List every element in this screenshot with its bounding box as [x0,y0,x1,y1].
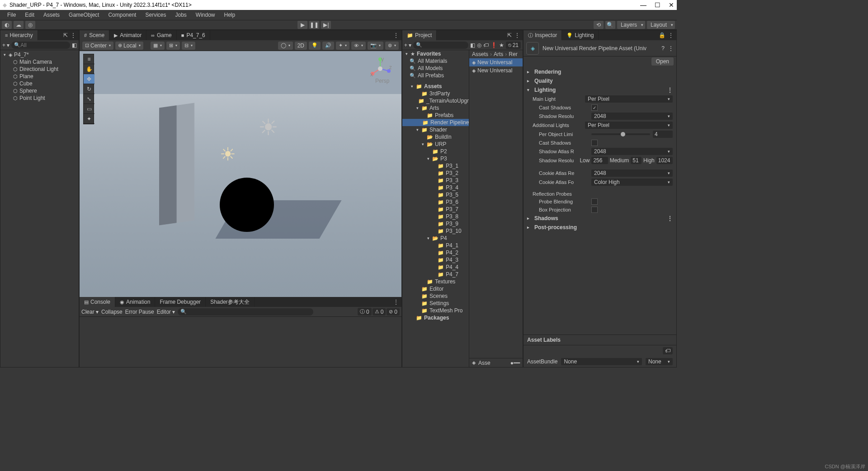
gizmos-dropdown[interactable]: ⊛ [385,42,399,50]
slider-icon[interactable]: ●━━ [510,360,520,366]
project-tree-item[interactable]: 📁P4_1 [402,242,469,249]
project-tree-item[interactable]: 📁P3_3 [402,177,469,184]
audio-toggle[interactable]: 🔊 [322,42,334,50]
hand-tool[interactable]: ✋ [84,64,94,74]
grid-snap-dropdown[interactable]: ▦ [151,42,165,50]
tab-p4_7_6[interactable]: ■P4_7_6 [177,30,210,40]
project-tree-item[interactable]: 📁P4_7 [402,271,469,278]
project-tree-item[interactable]: 📁Scenes [402,292,469,300]
undo-history-icon[interactable]: ⟲ [594,21,604,29]
main-light-dropdown[interactable]: Per Pixel [585,95,673,103]
error-pause-toggle[interactable]: Error Pause [125,309,154,315]
project-tree-item[interactable]: ▾📂P4 [402,235,469,242]
menu-file[interactable]: File [4,11,19,19]
create-dropdown[interactable]: + ▾ [404,42,411,48]
cast-shadows-checkbox[interactable]: ✓ [591,104,598,111]
tab-game[interactable]: ∞Game [146,30,177,40]
project-tree-item[interactable]: 📁P3_6 [402,198,469,206]
maximize-panel-icon[interactable]: ⇱ [63,32,68,38]
warn-count[interactable]: ⚠0 [373,308,386,316]
section-menu-icon[interactable]: ⋮ [667,87,673,93]
tab-shader参考大全[interactable]: Shader参考大全 [206,297,255,307]
hierarchy-item[interactable]: ⬡Point Light [0,94,79,102]
pivot-dropdown[interactable]: ⊡Center [82,42,113,50]
hierarchy-item[interactable]: ⬡Directional Light [0,66,79,73]
shadow-atlas-dropdown[interactable]: 2048 [591,148,673,155]
panel-menu-icon[interactable]: ⋮ [514,32,520,38]
scene-root[interactable]: ▾◈ P4_7* [0,51,79,58]
add-cast-shadows-checkbox[interactable] [591,140,598,146]
tab-console[interactable]: ▤Console [80,297,115,307]
favorite-item[interactable]: 🔍All Models [402,65,469,72]
console-search[interactable]: 🔍 [178,308,313,316]
tab-project[interactable]: 📁Project [402,30,437,40]
project-tree-item[interactable]: ▾📂P3 [402,155,469,162]
cookie-format-dropdown[interactable]: Color High [591,179,673,186]
project-tree-item[interactable]: 📁_TerrainAutoUpgr [402,97,469,104]
project-tree-item[interactable]: 📁Editor [402,285,469,292]
panel-menu-icon[interactable]: ⋮ [71,32,76,38]
pause-button[interactable]: ❚❚ [309,21,319,29]
search-by-type-icon[interactable]: ◧ [470,42,475,48]
project-tree-item[interactable]: ▾📁Shader [402,126,469,133]
settings-overlay-icon[interactable]: ◎ [25,21,35,29]
project-tree-item[interactable]: 📁P3_9 [402,220,469,227]
scale-tool[interactable]: ⤡ [84,94,94,104]
lighting-toggle[interactable]: 💡 [309,42,321,50]
tab-hierarchy[interactable]: ≡ Hierarchy [0,30,38,40]
project-tree-item[interactable]: 📁Packages [402,314,469,321]
project-tree-item[interactable]: 📁Settings [402,300,469,307]
project-tree-item[interactable]: 📁P4_3 [402,256,469,264]
favorite-icon[interactable]: ★ [499,42,504,48]
snap-increment-dropdown[interactable]: ⊞ [166,42,180,50]
project-tree-item[interactable]: 📁P3_2 [402,170,469,177]
menu-edit[interactable]: Edit [21,11,38,19]
project-search[interactable]: 🔍 [413,42,468,49]
project-tree-item[interactable]: 📁3rdParty [402,90,469,97]
project-tree-item[interactable]: 📁Textures [402,278,469,285]
project-tree-item[interactable]: 📁Prefabs [402,112,469,119]
per-object-slider[interactable] [591,133,650,135]
medium-field[interactable]: 51 [631,157,642,164]
view-tool[interactable]: ≡ [84,54,94,64]
cloud-icon[interactable]: ☁ [14,21,24,29]
help-icon[interactable]: ? [661,45,665,52]
breadcrumb[interactable]: Assets›Arts›Rer [469,50,523,58]
shadow-res-dropdown[interactable]: 2048 [591,113,673,120]
per-object-value[interactable]: 4 [653,131,673,138]
search-mode-icon[interactable]: ◧ [72,42,77,48]
hidden-packages-icon[interactable]: ❗ [491,42,497,48]
hierarchy-item[interactable]: ⬡Main Camera [0,58,79,66]
space-dropdown[interactable]: ⊕Local [115,42,143,50]
menu-component[interactable]: Component [104,11,140,19]
hierarchy-item[interactable]: ⬡Sphere [0,87,79,94]
layers-dropdown[interactable]: Layers [617,21,645,29]
low-field[interactable]: 256 [591,157,608,164]
favorites-root[interactable]: ▾★Favorites [402,50,469,57]
visibility-dropdown[interactable]: 👁 [351,42,366,50]
maximize-button[interactable]: ☐ [655,1,660,9]
project-tree-item[interactable]: 📁P3_8 [402,213,469,220]
minimize-button[interactable]: — [640,1,646,9]
search-global-icon[interactable]: 🔍 [605,21,615,29]
lock-icon[interactable]: 🔒 [659,32,665,38]
account-icon[interactable]: ◐ [2,21,12,29]
layout-dropdown[interactable]: Layout [647,21,675,29]
hierarchy-item[interactable]: ⬡Cube [0,80,79,87]
fx-dropdown[interactable]: ✦ [336,42,349,50]
close-button[interactable]: ✕ [669,1,674,9]
menu-help[interactable]: Help [221,11,239,19]
step-button[interactable]: ▶| [321,21,331,29]
hierarchy-search[interactable]: 🔍 All [11,42,70,49]
section-lighting[interactable]: ▾Lighting⋮ [524,85,676,94]
menu-jobs[interactable]: Jobs [171,11,190,19]
error-count[interactable]: ⊘0 [387,308,400,316]
project-tree-item[interactable]: 📁P3_5 [402,191,469,198]
tab-frame-debugger[interactable]: Frame Debugger [155,297,206,307]
tab-inspector[interactable]: ⓘInspector [524,30,562,40]
panel-menu-icon[interactable]: ⋮ [668,32,674,38]
box-projection-checkbox[interactable] [591,207,598,213]
grid-visibility-dropdown[interactable]: ⊟ [182,42,195,50]
assetbundle-variant-dropdown[interactable]: None [646,358,673,365]
project-tree-item[interactable]: 📁P4_2 [402,249,469,256]
